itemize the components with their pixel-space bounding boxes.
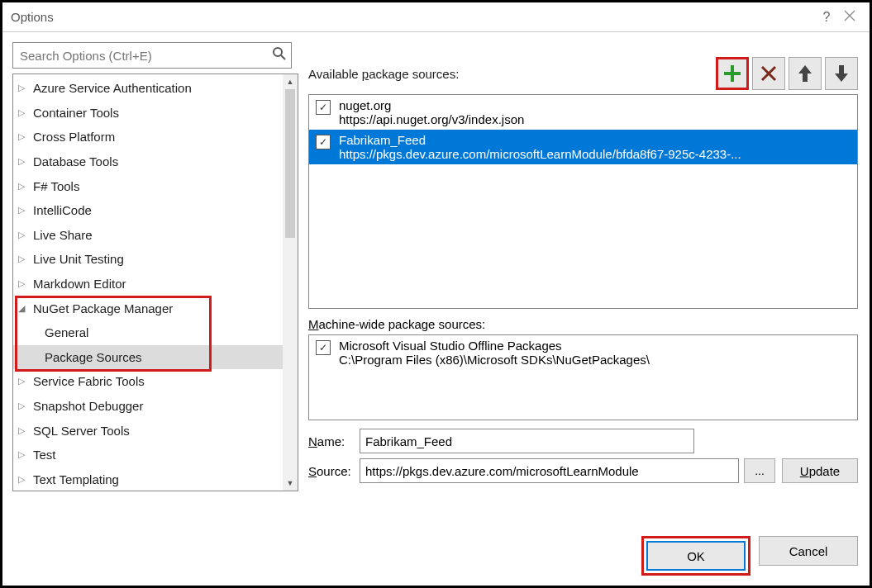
tree-item[interactable]: ▷Markdown Editor xyxy=(13,272,298,296)
ok-highlight-box: OK xyxy=(641,536,750,576)
tree-item[interactable]: Package Sources xyxy=(13,345,298,370)
search-icon xyxy=(272,46,287,64)
svg-rect-5 xyxy=(724,72,741,75)
available-sources-label: Available package sources: xyxy=(308,67,459,81)
left-panel: ▷Azure Service Authentication▷Container … xyxy=(2,32,300,586)
tree-item[interactable]: ▷Service Fabric Tools xyxy=(13,369,298,394)
update-button[interactable]: Update xyxy=(782,458,858,483)
tree-item-label: Cross Platform xyxy=(33,130,115,144)
checkbox[interactable]: ✓ xyxy=(316,135,331,149)
tree-item-label: Snapshot Debugger xyxy=(33,399,143,413)
tree-item-label: SQL Server Tools xyxy=(33,424,130,438)
tree-item[interactable]: ▷Container Tools xyxy=(13,101,298,126)
search-input[interactable] xyxy=(12,42,292,69)
tree-item-label: Package Sources xyxy=(45,350,142,364)
name-input[interactable] xyxy=(360,429,694,453)
collapsed-icon[interactable]: ▷ xyxy=(18,131,30,142)
tree-item[interactable]: ▷Cross Platform xyxy=(13,125,298,149)
collapsed-icon[interactable]: ▷ xyxy=(18,449,30,460)
machine-sources-list[interactable]: ✓Microsoft Visual Studio Offline Package… xyxy=(308,334,858,420)
collapsed-icon[interactable]: ▷ xyxy=(18,107,30,118)
svg-marker-9 xyxy=(835,65,848,82)
tree-item-label: Text Templating xyxy=(33,472,119,486)
tree-item-label: Test xyxy=(33,448,56,462)
tree-item-label: Azure Service Authentication xyxy=(33,81,192,95)
source-item[interactable]: ✓nuget.orghttps://api.nuget.org/v3/index… xyxy=(309,95,857,130)
tree-item[interactable]: ◢NuGet Package Manager xyxy=(13,296,298,320)
svg-line-3 xyxy=(281,55,285,59)
title-bar: Options ? xyxy=(2,2,870,32)
tree-item[interactable]: ▷Azure Service Authentication xyxy=(13,76,298,101)
right-panel: Available package sources: ✓nuget.orghtt… xyxy=(300,32,870,586)
source-name: Microsoft Visual Studio Offline Packages xyxy=(339,339,650,353)
source-name: nuget.org xyxy=(339,98,524,112)
source-name: Fabrikam_Feed xyxy=(339,133,741,147)
tree-item[interactable]: ▷Database Tools xyxy=(13,149,298,174)
source-input[interactable] xyxy=(360,458,739,483)
source-url: https://api.nuget.org/v3/index.json xyxy=(339,112,524,126)
svg-marker-8 xyxy=(798,65,812,82)
tree-item[interactable]: ▷SQL Server Tools xyxy=(13,418,298,443)
tree-item[interactable]: ▷Live Unit Testing xyxy=(13,247,298,272)
package-sources-list[interactable]: ✓nuget.orghttps://api.nuget.org/v3/index… xyxy=(308,94,858,309)
svg-point-2 xyxy=(274,48,282,56)
collapsed-icon[interactable]: ▷ xyxy=(18,156,30,167)
source-item[interactable]: ✓Microsoft Visual Studio Offline Package… xyxy=(309,335,857,370)
tree-item[interactable]: ▷Snapshot Debugger xyxy=(13,394,298,419)
collapsed-icon[interactable]: ▷ xyxy=(18,401,30,411)
checkbox[interactable]: ✓ xyxy=(316,340,331,355)
close-icon[interactable] xyxy=(838,10,861,25)
ok-button[interactable]: OK xyxy=(646,541,746,571)
tree-item[interactable]: ▷Live Share xyxy=(13,223,298,248)
scroll-down-icon[interactable]: ▼ xyxy=(283,476,298,491)
tree-item[interactable]: ▷IntelliCode xyxy=(13,198,298,223)
tree-item-label: Container Tools xyxy=(33,106,119,120)
scroll-thumb[interactable] xyxy=(285,89,295,238)
collapsed-icon[interactable]: ▷ xyxy=(18,230,30,240)
browse-button[interactable]: ... xyxy=(744,458,775,483)
source-label: Source: xyxy=(308,464,360,478)
expanded-icon[interactable]: ◢ xyxy=(18,303,30,314)
source-url: https://pkgs.dev.azure.com/microsoftLear… xyxy=(339,147,741,161)
scroll-up-icon[interactable]: ▲ xyxy=(283,74,298,89)
options-tree[interactable]: ▷Azure Service Authentication▷Container … xyxy=(12,74,298,491)
window-title: Options xyxy=(11,10,815,24)
collapsed-icon[interactable]: ▷ xyxy=(18,181,30,192)
tree-scrollbar[interactable]: ▲ ▼ xyxy=(283,74,298,491)
tree-item-label: Database Tools xyxy=(33,154,118,168)
checkbox[interactable]: ✓ xyxy=(316,100,331,115)
collapsed-icon[interactable]: ▷ xyxy=(18,205,30,216)
tree-item-label: IntelliCode xyxy=(33,203,92,217)
tree-item-label: Live Share xyxy=(33,228,93,242)
tree-item-label: Markdown Editor xyxy=(33,277,126,291)
tree-item[interactable]: ▷Text Templating xyxy=(13,467,298,492)
name-label: Name: xyxy=(308,434,360,448)
move-down-button[interactable] xyxy=(825,57,858,90)
tree-item-label: General xyxy=(45,325,88,339)
collapsed-icon[interactable]: ▷ xyxy=(18,474,30,485)
collapsed-icon[interactable]: ▷ xyxy=(18,425,30,436)
collapsed-icon[interactable]: ▷ xyxy=(18,83,30,93)
collapsed-icon[interactable]: ▷ xyxy=(18,278,30,289)
source-url: C:\Program Files (x86)\Microsoft SDKs\Nu… xyxy=(339,353,650,367)
tree-item[interactable]: General xyxy=(13,320,298,345)
tree-item-label: Service Fabric Tools xyxy=(33,374,145,388)
machine-sources-label: Machine-wide package sources: xyxy=(308,317,858,331)
tree-item-label: NuGet Package Manager xyxy=(33,301,173,315)
tree-item[interactable]: ▷Test xyxy=(13,443,298,467)
help-icon[interactable]: ? xyxy=(815,10,838,25)
tree-item-label: Live Unit Testing xyxy=(33,252,124,266)
collapsed-icon[interactable]: ▷ xyxy=(18,254,30,264)
add-source-button[interactable] xyxy=(716,57,749,90)
tree-item-label: F# Tools xyxy=(33,179,79,193)
source-item[interactable]: ✓Fabrikam_Feedhttps://pkgs.dev.azure.com… xyxy=(309,130,857,164)
remove-source-button[interactable] xyxy=(752,57,785,90)
tree-item[interactable]: ▷F# Tools xyxy=(13,173,298,198)
collapsed-icon[interactable]: ▷ xyxy=(18,376,30,386)
cancel-button[interactable]: Cancel xyxy=(759,536,858,566)
move-up-button[interactable] xyxy=(789,57,822,90)
